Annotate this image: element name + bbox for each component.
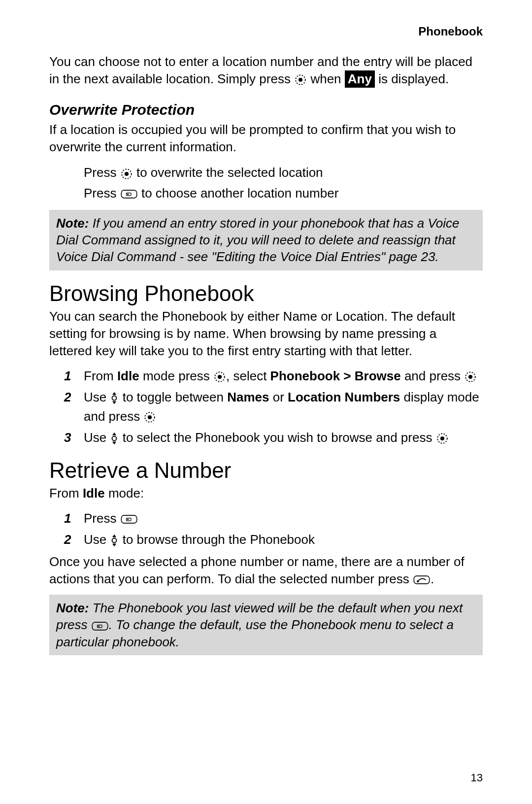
browsing-heading: Browsing Phonebook bbox=[49, 281, 483, 306]
browsing-steps: 1 From Idle mode press , select Phoneboo… bbox=[64, 367, 483, 447]
text: to select the Phonebook you wish to brow… bbox=[119, 430, 435, 445]
retrieve-steps: 1 Press 2 Use to browse through the Phon… bbox=[64, 509, 483, 549]
text: , select bbox=[226, 368, 270, 383]
text: mode: bbox=[105, 486, 144, 501]
nav-key-icon bbox=[110, 432, 119, 445]
page-header: Phonebook bbox=[49, 25, 483, 38]
step-number: 1 bbox=[64, 509, 73, 528]
idle-label: Idle bbox=[83, 486, 105, 501]
ok-button-icon bbox=[294, 73, 307, 86]
step-2: 2 Use to toggle between Names or Locatio… bbox=[64, 388, 483, 426]
ok-button-icon bbox=[464, 370, 477, 383]
intro-paragraph: You can choose not to enter a location n… bbox=[49, 53, 483, 88]
text: or bbox=[269, 390, 288, 404]
overwrite-heading: Overwrite Protection bbox=[49, 101, 483, 118]
softkey-icon bbox=[120, 189, 138, 200]
note-label: Note: bbox=[56, 216, 89, 231]
step-3: 3 Use to select the Phonebook you wish t… bbox=[64, 428, 483, 447]
text: . bbox=[431, 571, 434, 586]
text: From bbox=[49, 486, 83, 501]
note-text: If you amend an entry stored in your pho… bbox=[56, 216, 460, 265]
note-voice-dial: Note: If you amend an entry stored in yo… bbox=[49, 210, 483, 270]
step-2: 2 Use to browse through the Phonebook bbox=[64, 530, 483, 549]
any-label: Any bbox=[345, 70, 375, 88]
text: Use bbox=[84, 532, 110, 547]
step-1: 1 Press bbox=[64, 509, 483, 528]
ok-button-icon bbox=[436, 432, 449, 445]
step-1: 1 From Idle mode press , select Phoneboo… bbox=[64, 367, 483, 386]
softkey-icon bbox=[91, 621, 109, 632]
text: From bbox=[84, 368, 117, 383]
call-key-icon bbox=[413, 574, 431, 585]
text: Press bbox=[84, 165, 120, 180]
step-number: 2 bbox=[64, 388, 73, 426]
names-label: Names bbox=[227, 390, 269, 404]
page-number: 13 bbox=[471, 771, 483, 784]
text: Press bbox=[84, 511, 120, 526]
text: Use bbox=[84, 390, 110, 404]
retrieve-heading: Retrieve a Number bbox=[49, 458, 483, 483]
idle-label: Idle bbox=[117, 368, 139, 383]
text: Use bbox=[84, 430, 110, 445]
text: Press bbox=[84, 186, 120, 201]
ok-button-icon bbox=[143, 411, 156, 424]
text: to browse through the Phonebook bbox=[119, 532, 315, 547]
text: when bbox=[310, 71, 344, 86]
menu-path: Phonebook > Browse bbox=[270, 368, 401, 383]
ok-button-icon bbox=[120, 168, 133, 180]
nav-key-icon bbox=[110, 534, 119, 547]
text: to toggle between bbox=[119, 390, 227, 404]
overwrite-instructions: Press to overwrite the selected location… bbox=[84, 163, 483, 203]
note-label: Note: bbox=[56, 601, 89, 615]
ok-button-icon bbox=[213, 370, 226, 383]
text: to overwrite the selected location bbox=[136, 165, 323, 180]
text: Once you have selected a phone number or… bbox=[49, 554, 465, 586]
text: mode press bbox=[139, 368, 213, 383]
text: is displayed. bbox=[378, 71, 449, 86]
step-number: 3 bbox=[64, 428, 73, 447]
retrieve-tail: Once you have selected a phone number or… bbox=[49, 553, 483, 588]
overwrite-paragraph: If a location is occupied you will be pr… bbox=[49, 121, 483, 156]
text: to choose another location number bbox=[141, 186, 338, 201]
text: . To change the default, use the Phonebo… bbox=[56, 617, 454, 649]
step-number: 1 bbox=[64, 367, 73, 386]
note-default-phonebook: Note: The Phonebook you last viewed will… bbox=[49, 595, 483, 655]
retrieve-intro: From Idle mode: bbox=[49, 485, 483, 502]
nav-key-icon bbox=[110, 392, 119, 404]
browsing-paragraph: You can search the Phonebook by either N… bbox=[49, 308, 483, 360]
softkey-icon bbox=[120, 514, 138, 525]
location-numbers-label: Location Numbers bbox=[288, 390, 400, 404]
text: and press bbox=[401, 368, 465, 383]
page: Phonebook You can choose not to enter a … bbox=[0, 0, 532, 804]
step-number: 2 bbox=[64, 530, 73, 549]
